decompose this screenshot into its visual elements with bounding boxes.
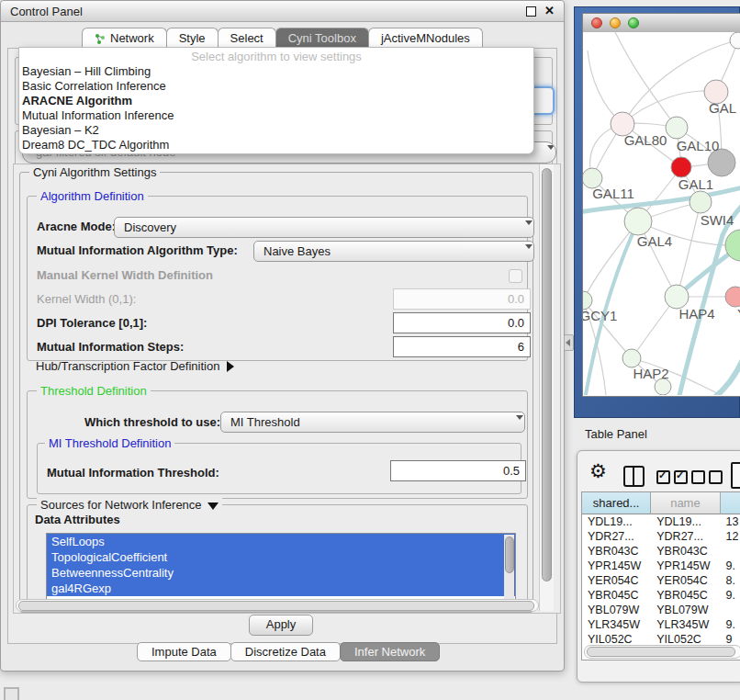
close-traffic-light-icon[interactable]	[591, 17, 602, 28]
mi-type-combo[interactable]: Naive Bayes	[253, 241, 534, 262]
scrollbar-thumb[interactable]	[542, 168, 552, 581]
popup-item[interactable]: Dream8 DC_TDC Algorithm	[19, 138, 533, 152]
table-row[interactable]: YBR045CYBR045C9.	[582, 588, 740, 603]
node-gal4[interactable]	[624, 208, 652, 235]
combo-stepper-icon	[518, 246, 525, 262]
node-gal10[interactable]	[666, 117, 688, 139]
table-row[interactable]: YBR043CYBR043C	[582, 544, 740, 559]
scrollbar-thumb[interactable]	[587, 647, 735, 657]
cell: YBR045C	[582, 588, 651, 603]
zoom-traffic-light-icon[interactable]	[628, 17, 639, 28]
which-threshold-combo[interactable]: MI Threshold	[220, 412, 525, 433]
table-horizontal-scrollbar[interactable]	[584, 645, 740, 659]
list-item[interactable]: gal4RGexp	[47, 581, 515, 596]
list-vertical-scrollbar[interactable]	[504, 535, 514, 599]
close-icon[interactable]: ✕	[544, 4, 555, 17]
popup-item[interactable]: Bayesian – K2	[19, 123, 533, 138]
popup-item[interactable]: Basic Correlation Inference	[19, 79, 533, 94]
tab-impute-data[interactable]: Impute Data	[137, 642, 231, 661]
tab-infer-network[interactable]: Infer Network	[340, 642, 440, 661]
list-item[interactable]: TopologicalCoefficient	[47, 549, 515, 565]
manual-kernel-label: Manual Kernel Width Definition	[37, 268, 213, 282]
table-row[interactable]: YDL19...YDL19...13	[582, 514, 740, 529]
algorithm-definition-group: Algorithm Definition Aracne Mode: Discov…	[27, 196, 528, 361]
float-window-icon[interactable]	[526, 6, 536, 17]
gear-icon[interactable]: ⚙	[589, 460, 607, 482]
scrollbar-thumb[interactable]	[505, 536, 514, 573]
scrollbar-thumb[interactable]	[18, 601, 534, 611]
table-row[interactable]: YDR27...YDR27...12	[582, 529, 740, 544]
network-canvas[interactable]: GAL GAL80 GAL10 GAL1 GAL11 SWI4 GAL4 GCY…	[583, 32, 740, 396]
aracne-mode-combo[interactable]: Discovery	[114, 217, 534, 238]
network-window: GAL GAL80 GAL10 GAL1 GAL11 SWI4 GAL4 GCY…	[582, 13, 740, 397]
cell: YDR27...	[582, 529, 651, 544]
group-title: Cyni Algorithm Settings	[29, 165, 160, 179]
checked-box-icon	[656, 470, 670, 484]
collapsed-panel-icon[interactable]	[4, 687, 19, 700]
tab-discretize-data[interactable]: Discretize Data	[230, 642, 341, 661]
settings-vertical-scrollbar[interactable]	[539, 164, 554, 611]
node-gcy1[interactable]	[583, 291, 592, 310]
manual-kernel-checkbox[interactable]	[509, 269, 522, 283]
kernel-width-label: Kernel Width (0,1):	[37, 292, 136, 306]
cell: YDL19...	[651, 514, 720, 529]
node-hap2[interactable]	[622, 349, 641, 367]
node-label: GAL11	[592, 186, 634, 201]
algorithm-dropdown-popup: Select algorithm to view settings Bayesi…	[18, 47, 534, 154]
table-row[interactable]: YPR145WYPR145W9.	[582, 559, 740, 573]
mi-threshold-field[interactable]: 0.5	[390, 460, 526, 481]
tab-cyni-toolbox[interactable]: Cyni Toolbox	[275, 28, 369, 49]
panel-splitter-handle[interactable]	[564, 334, 574, 351]
node[interactable]	[730, 32, 740, 49]
node-swi4[interactable]	[690, 191, 712, 213]
settings-horizontal-scrollbar[interactable]	[16, 599, 539, 612]
table-row[interactable]: YBL079WYBL079W	[582, 603, 740, 617]
control-panel-titlebar[interactable]: Control Panel ✕	[1, 1, 564, 22]
network-graph: GAL GAL80 GAL10 GAL1 GAL11 SWI4 GAL4 GCY…	[583, 32, 740, 395]
combo-stepper-icon	[509, 417, 516, 433]
group-title: Threshold Definition	[37, 384, 151, 398]
column-header-name[interactable]: name	[651, 492, 720, 514]
tab-select[interactable]: Select	[218, 28, 276, 49]
mi-threshold-label: Mutual Information Threshold:	[47, 466, 219, 480]
sources-expander[interactable]: Sources for Network Inference	[37, 498, 222, 512]
tab-jactivemnodules[interactable]: jActiveMNodules	[368, 28, 483, 49]
popup-item[interactable]: Mutual Information Inference	[19, 108, 533, 123]
list-item[interactable]: BetweennessCentrality	[47, 565, 515, 581]
node-salmon[interactable]	[725, 287, 740, 307]
show-columns-icon[interactable]	[656, 470, 691, 487]
dpi-tolerance-field[interactable]: 0.0	[393, 312, 531, 333]
hide-columns-icon[interactable]	[691, 470, 726, 487]
tab-network[interactable]: Network	[82, 28, 167, 49]
tab-style[interactable]: Style	[166, 28, 219, 49]
cell: YLR345W	[651, 617, 720, 632]
popup-item[interactable]: Bayesian – Hill Climbing	[19, 64, 533, 79]
mi-type-label: Mutual Information Algorithm Type:	[37, 243, 238, 257]
column-header-shared-name[interactable]: shared...	[582, 492, 651, 514]
aracne-mode-value: Discovery	[124, 220, 176, 234]
mi-steps-field[interactable]: 6	[393, 336, 531, 357]
export-table-icon[interactable]	[731, 462, 740, 489]
apply-button[interactable]: Apply	[249, 615, 313, 636]
table-row[interactable]: YER054CYER054C8.	[582, 573, 740, 588]
column-header-partial[interactable]	[721, 492, 740, 514]
app-root: { "window": { "title": "Control Panel" }…	[0, 0, 740, 700]
table-row[interactable]: YLR345WYLR345W9.	[582, 617, 740, 632]
network-window-titlebar[interactable]	[583, 14, 740, 33]
cell: YPR145W	[651, 559, 720, 573]
mi-threshold-group: MI Threshold Definition Mutual Informati…	[37, 443, 521, 494]
popup-item-selected[interactable]: ARACNE Algorithm	[19, 94, 533, 108]
node-gal1-red[interactable]	[671, 157, 691, 177]
column-layout-icon[interactable]	[623, 466, 645, 487]
table-header-row: shared... name	[582, 492, 740, 514]
control-panel-tabbar: Network Style Select Cyni Toolbox jActiv…	[82, 28, 482, 49]
cell: YBR043C	[651, 544, 720, 559]
cyni-toolbox-panel: gal-filtered sif default node Select alg…	[7, 48, 557, 644]
minimize-traffic-light-icon[interactable]	[610, 17, 621, 28]
node-table: shared... name YDL19...YDL19...13 YDR27.…	[581, 491, 740, 660]
sources-title: Sources for Network Inference	[40, 498, 202, 512]
list-item[interactable]: SelfLoops	[47, 534, 515, 549]
hub-definition-label: Hub/Transcription Factor Definition	[36, 359, 219, 373]
kernel-width-field[interactable]: 0.0	[393, 288, 531, 310]
hub-definition-expander[interactable]: Hub/Transcription Factor Definition	[36, 359, 234, 373]
